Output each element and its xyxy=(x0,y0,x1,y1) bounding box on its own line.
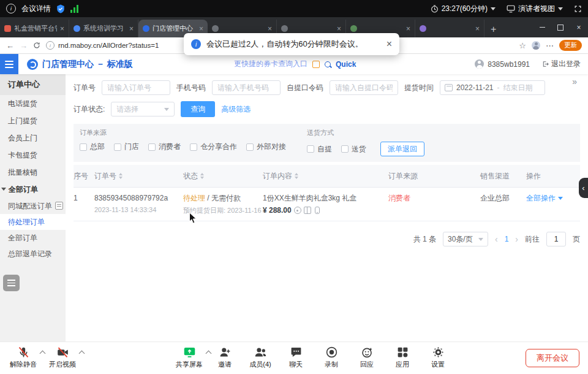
sort-icon[interactable] xyxy=(119,173,123,179)
meeting-details-label[interactable]: 会议详情 xyxy=(21,4,51,14)
toast-close-icon[interactable]: × xyxy=(386,39,392,50)
checkbox-self-pickup[interactable]: 自提 xyxy=(307,144,332,155)
next-page-icon[interactable]: › xyxy=(515,234,518,244)
tab-close-icon[interactable]: × xyxy=(60,25,64,33)
fullscreen-icon[interactable] xyxy=(574,5,582,13)
sort-icon[interactable] xyxy=(295,173,298,179)
browser-tab[interactable]: 礼盒营销平台管理中心 × xyxy=(0,20,69,37)
edge-panel-toggle[interactable]: ‹ xyxy=(579,178,588,198)
forward-icon[interactable]: → xyxy=(20,41,28,50)
col-header-content[interactable]: 订单内容 xyxy=(263,171,388,181)
browser-update-button[interactable]: 更新 xyxy=(559,40,582,51)
search-icon xyxy=(325,61,331,67)
sidebar-item-batch-verify[interactable]: 批量核销 xyxy=(0,164,66,181)
filter-row-2: 订单状态: 请选择 查询 高级筛选 xyxy=(74,101,588,117)
checkbox-warehouse-coop[interactable]: 仓分享合作 xyxy=(190,142,237,152)
tab-favicon xyxy=(420,25,426,32)
checkbox-store[interactable]: 门店 xyxy=(114,142,139,152)
invite-button[interactable]: 邀请 xyxy=(210,346,239,369)
leave-meeting-button[interactable]: 离开会议 xyxy=(526,349,579,367)
tab-close-icon[interactable]: × xyxy=(268,25,272,33)
sort-icon[interactable] xyxy=(200,173,204,179)
window-minimize-icon[interactable] xyxy=(533,17,551,37)
sidebar-group-all-orders[interactable]: 全部订单 xyxy=(0,181,66,198)
order-status-select[interactable]: 请选择 xyxy=(111,102,175,116)
members-button[interactable]: 成员(4) xyxy=(246,346,275,369)
sidebar-item-door-pickup[interactable]: 上门提货 xyxy=(0,112,66,129)
col-header-order-no[interactable]: 订单号 xyxy=(94,171,183,181)
sidebar-subitem-all-orders[interactable]: 全部订单 xyxy=(0,230,66,246)
col-header-channel: 销售渠道 xyxy=(480,171,526,181)
checkbox-icon xyxy=(114,143,121,151)
user-avatar-icon[interactable] xyxy=(475,59,484,69)
subnav-list-icon[interactable] xyxy=(55,202,63,210)
app-header: 门店管理中心 － 标准版 更快捷的券卡查询入口 Quick 8385wb1991… xyxy=(0,54,588,74)
goto-page-input[interactable] xyxy=(546,232,566,246)
sidebar-subitem-hq-refund-log[interactable]: 总部退单记录 xyxy=(0,246,66,262)
row-action-dropdown[interactable]: 全部操作 xyxy=(526,193,580,204)
reaction-button[interactable]: 回应 xyxy=(352,346,382,369)
order-no-input[interactable] xyxy=(102,80,170,95)
tab-close-icon[interactable]: × xyxy=(337,25,341,33)
sidebar-item-card-pickup[interactable]: 卡包提货 xyxy=(0,147,66,164)
device-icon[interactable] xyxy=(315,207,320,214)
col-header-status[interactable]: 状态 xyxy=(183,171,263,181)
meeting-info-icon[interactable]: i xyxy=(6,4,16,13)
advanced-filter-link[interactable]: 高级筛选 xyxy=(221,104,251,115)
share-screen-button[interactable]: 共享屏幕 xyxy=(175,346,204,369)
chevron-up-icon[interactable] xyxy=(40,351,46,357)
more-menu-icon[interactable]: ⋯ xyxy=(546,41,554,50)
tab-close-icon[interactable]: × xyxy=(475,25,480,33)
collapse-panel-icon[interactable]: » xyxy=(572,77,576,86)
record-button[interactable]: 录制 xyxy=(317,346,346,369)
quick-nav-toggle[interactable] xyxy=(3,275,20,291)
search-button[interactable]: 查询 xyxy=(181,101,215,117)
logout-button[interactable]: 退出登录 xyxy=(542,59,581,69)
meeting-timer[interactable]: 23:27(60分钟) xyxy=(431,4,496,14)
row-channel: 企业总部 xyxy=(480,193,526,204)
hamburger-menu-icon[interactable] xyxy=(0,54,18,74)
coupon-query-link[interactable]: 更快捷的券卡查询入口 xyxy=(234,59,307,69)
sidebar-subitem-city-delivery[interactable]: 同城配送订单 xyxy=(0,198,66,214)
checkbox-external[interactable]: 外部对接 xyxy=(246,142,286,152)
back-icon[interactable]: ← xyxy=(6,41,14,50)
settings-button[interactable]: 设置 xyxy=(423,346,453,369)
prev-page-icon[interactable]: ‹ xyxy=(495,234,498,244)
browser-profile-avatar[interactable] xyxy=(532,41,540,50)
window-maximize-icon[interactable] xyxy=(551,17,570,37)
quick-search-link[interactable]: Quick xyxy=(336,60,356,69)
row-content: 1份XX生鲜羊肉礼盒3kg 礼盒 xyxy=(263,193,388,204)
remark-icon[interactable] xyxy=(294,207,301,214)
date-range-picker[interactable]: 2022-11-21 - 结束日期 xyxy=(440,80,545,95)
checkbox-delivery[interactable]: 送货 xyxy=(341,144,366,155)
table-header-row: 序号 订单号 状态 订单内容 订单来源 销售渠道 操作 xyxy=(74,165,580,188)
browser-tab[interactable]: 系统培训学习 × xyxy=(69,20,138,37)
chevron-up-icon[interactable] xyxy=(79,351,85,357)
site-info-icon[interactable]: i xyxy=(46,41,55,50)
sidebar-item-phone-pickup[interactable]: 电话提货 xyxy=(0,95,66,112)
current-page-number[interactable]: 1 xyxy=(505,235,509,243)
unmute-button[interactable]: 解除静音 xyxy=(9,346,38,369)
chat-icon xyxy=(290,346,303,359)
dispatch-return-button[interactable]: 派单退回 xyxy=(380,142,424,156)
sidebar-subitem-pending-orders[interactable]: 待处理订单 xyxy=(0,214,66,230)
view-mode-switch[interactable]: 演讲者视图 xyxy=(507,4,563,14)
tab-close-icon[interactable]: × xyxy=(129,25,134,33)
checkbox-consumer[interactable]: 消费者 xyxy=(148,142,181,152)
sidebar-item-member-visit[interactable]: 会员上门 xyxy=(0,129,66,147)
browser-tab[interactable]: × xyxy=(415,20,484,37)
start-video-button[interactable]: 开启视频 xyxy=(48,346,77,369)
tab-close-icon[interactable]: × xyxy=(199,25,203,33)
page-size-select[interactable]: 30条/页 xyxy=(443,232,488,246)
apps-button[interactable]: 应用 xyxy=(388,346,417,369)
gift-icon[interactable] xyxy=(304,207,311,214)
code-input[interactable] xyxy=(330,80,398,95)
phone-input[interactable] xyxy=(212,80,281,95)
window-close-icon[interactable]: × xyxy=(570,17,588,37)
bookmark-star-icon[interactable]: ☆ xyxy=(519,41,526,50)
tab-close-icon[interactable]: × xyxy=(406,25,410,33)
refresh-icon[interactable] xyxy=(33,42,40,49)
new-tab-button[interactable]: + xyxy=(484,24,502,37)
checkbox-hq[interactable]: 总部 xyxy=(80,142,105,152)
chat-button[interactable]: 聊天 xyxy=(281,346,311,369)
